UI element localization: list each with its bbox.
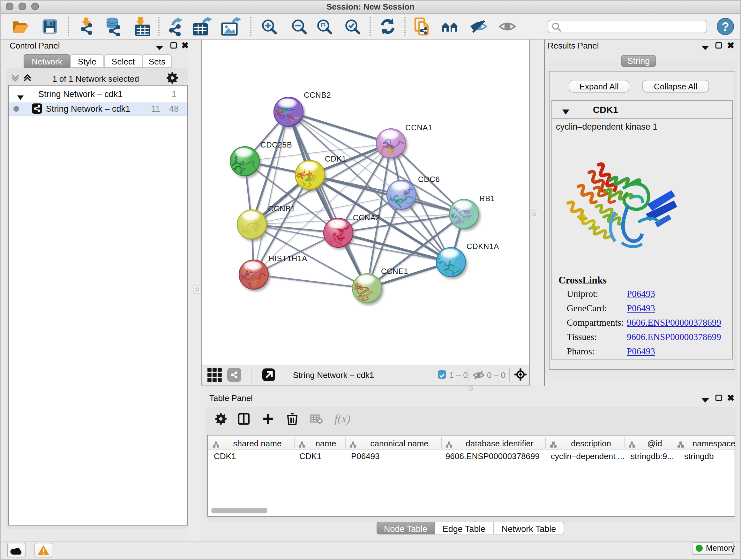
svg-text:CCNA1: CCNA1 (405, 123, 432, 132)
svg-text:RB1: RB1 (479, 194, 495, 203)
svg-text:CCNB1: CCNB1 (268, 204, 295, 213)
svg-text:CCNE1: CCNE1 (381, 267, 408, 275)
svg-text:CDKN1A: CDKN1A (467, 242, 499, 251)
svg-text:HIST1H1A: HIST1H1A (269, 254, 307, 263)
svg-text:CDC6: CDC6 (418, 175, 440, 184)
svg-text:CCNA2: CCNA2 (353, 213, 380, 222)
svg-text:CDK1: CDK1 (325, 154, 346, 163)
svg-text:CDC25B: CDC25B (260, 140, 292, 149)
svg-text:CCNB2: CCNB2 (304, 91, 331, 99)
